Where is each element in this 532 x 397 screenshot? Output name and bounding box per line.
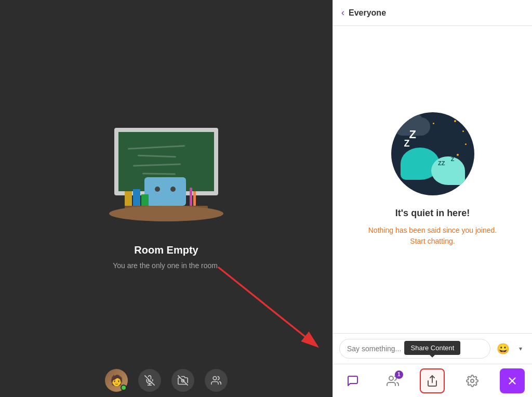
emoji-button[interactable]: 😀 [495,340,511,357]
zzz-1: Z [409,128,416,141]
close-icon [507,375,518,387]
chat-header: ‹ Everyone [333,0,532,26]
bubble-small: ZZ Z [431,156,465,185]
chat-nav-button[interactable] [340,368,365,393]
chat-body: Z Z ZZ Z It's quiet in here! Nothing has… [333,26,532,333]
people-badge: 1 [395,370,403,379]
zzz-2: Z [404,138,410,149]
svg-point-5 [213,377,217,380]
room-illustration [109,128,223,232]
mute-button[interactable] [138,369,161,392]
room-subtitle: You are the only one in the room. [113,261,220,270]
avatar-status [121,385,127,391]
share-icon [426,375,438,387]
emoji-dropdown-button[interactable]: ▾ [515,340,526,357]
pencil1 [190,188,192,206]
chat-title: Everyone [349,8,386,18]
sleep-illustration: Z Z ZZ Z [391,112,474,195]
mic-off-icon [144,375,155,386]
participants-button[interactable] [205,369,228,392]
close-panel-button[interactable] [500,368,525,393]
camera-off-icon [178,375,188,386]
desk [109,206,223,221]
zzz-4: Z [451,156,455,162]
settings-nav-button[interactable] [460,368,485,393]
quiet-title: It's quiet in here! [395,208,470,219]
chat-icon [347,375,359,387]
projector [144,177,186,206]
settings-icon [466,375,478,387]
left-panel: Room Empty You are the only one in the r… [0,0,332,397]
right-panel: ‹ Everyone Z Z ZZ Z It' [332,0,532,397]
bottom-toolbar: 🧑 [0,364,332,397]
zzz-3: ZZ [438,160,445,166]
chat-nav: 1 Share Content [333,364,532,397]
room-title: Room Empty [134,244,198,256]
svg-point-8 [389,376,393,380]
pencil2 [193,191,196,206]
chat-input[interactable] [339,339,490,359]
chat-input-area: 😀 ▾ [333,333,532,364]
people-nav-button[interactable]: 1 [380,368,405,393]
quiet-subtitle: Nothing has been said since you joined.S… [368,225,497,247]
back-button[interactable]: ‹ [341,7,344,18]
books [125,189,149,206]
share-nav-wrapper: Share Content [420,368,445,393]
avatar-button[interactable]: 🧑 [105,369,128,392]
people-icon [211,375,221,386]
svg-line-7 [218,267,309,340]
svg-point-10 [471,379,474,382]
camera-button[interactable] [171,369,194,392]
share-content-button[interactable] [420,368,445,393]
svg-line-3 [178,376,188,385]
